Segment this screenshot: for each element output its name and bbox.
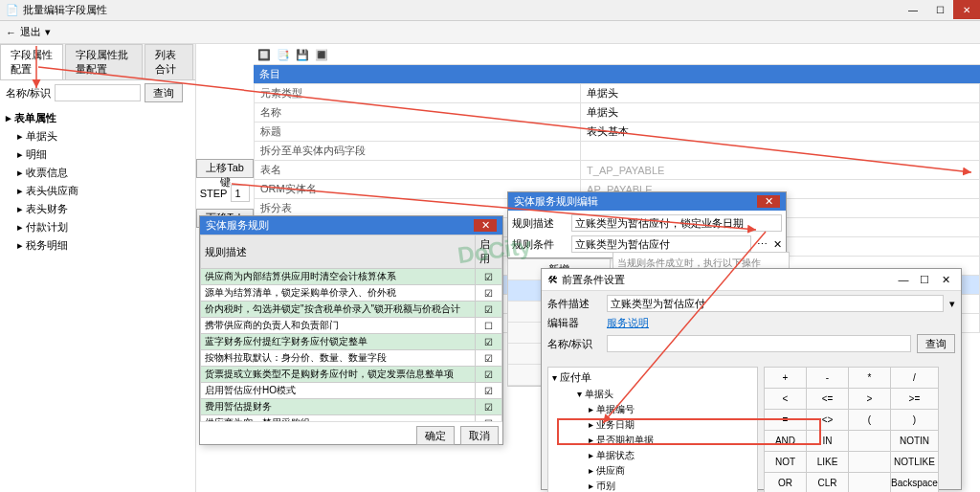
tab-batch-config[interactable]: 字段属性批量配置 (65, 44, 143, 79)
rule-edit-window: 实体服务规则编辑✕ 规则描述 规则条件⋯✕ (507, 191, 787, 258)
op-button[interactable]: * (849, 368, 891, 389)
prop-key: 标题 (255, 123, 581, 142)
preset-tree-item[interactable]: ▾ 单据头 (564, 387, 753, 402)
op-button[interactable]: >= (891, 389, 939, 410)
op-button[interactable]: LIKE (807, 452, 849, 473)
tree-item[interactable]: ▸ 付款计划 (2, 218, 193, 236)
prop-val[interactable]: 表头基本 (581, 123, 980, 142)
op-button[interactable]: CLR (807, 473, 849, 493)
rule-desc[interactable]: 价内税时，勾选并锁定"按含税单价录入"锁开税额与价税合计 (201, 302, 476, 318)
rule-desc[interactable]: 货票提或立账类型不是购财务应付时，锁定发票信息整单项 (201, 367, 476, 383)
preset-cond-dd-icon[interactable]: ▾ (949, 298, 955, 310)
tree-item[interactable]: ▸ 明细 (2, 145, 193, 164)
op-button[interactable]: = (765, 410, 807, 431)
close-button[interactable]: ✕ (953, 0, 980, 19)
rule-check[interactable]: ☑ (476, 350, 502, 367)
op-button[interactable]: ) (891, 410, 939, 431)
rule-desc[interactable]: 启用暂估应付HO模式 (201, 383, 476, 399)
cond-lookup-icon[interactable]: ⋯ (757, 238, 768, 251)
preset-tree-item[interactable]: ▸ 单据状态 (564, 448, 753, 463)
rule-desc[interactable]: 供应商为内部结算供应用时清空会计核算体系 (201, 269, 476, 285)
rule-check[interactable]: ☑ (476, 334, 502, 350)
rules-table: 规则描述启用 供应商为内部结算供应用时清空会计核算体系☑源单为结算清单，锁定采购… (200, 235, 502, 421)
preset-min-button[interactable]: — (894, 272, 913, 287)
tree-item[interactable]: ▸ 表头财务 (2, 200, 193, 218)
tree-root[interactable]: ▸ 表单属性 (2, 109, 193, 127)
tab-field-config[interactable]: 字段属性配置 (0, 44, 63, 79)
op-button[interactable]: Backspace (891, 473, 939, 493)
op-button[interactable]: <= (807, 389, 849, 410)
preset-close-button[interactable]: ✕ (936, 272, 955, 287)
prop-val[interactable]: 单据头 (581, 103, 980, 123)
op-button[interactable] (849, 473, 891, 493)
step-label: STEP (200, 188, 228, 199)
tree-item[interactable]: ▸ 表头供应商 (2, 182, 193, 200)
rule-desc-input[interactable] (571, 214, 782, 232)
maximize-button[interactable]: ☐ (926, 0, 953, 19)
preset-cond-input[interactable] (607, 295, 944, 312)
preset-tree-item[interactable]: ▸ 单据编号 (564, 402, 753, 417)
preset-tree-item[interactable]: ▸ 供应商 (564, 463, 753, 479)
op-button[interactable]: / (891, 368, 939, 389)
rule-cond-input[interactable] (571, 235, 751, 253)
op-button[interactable]: - (807, 368, 849, 389)
op-button[interactable] (849, 452, 891, 473)
rule-check[interactable]: ☑ (476, 285, 502, 302)
op-button[interactable]: NOTLIKE (891, 452, 939, 473)
tree-item[interactable]: ▸ 税务明细 (2, 236, 193, 255)
back-icon[interactable]: ← (6, 27, 16, 38)
rule-check[interactable]: ☑ (476, 367, 502, 383)
prop-val[interactable] (581, 142, 980, 161)
rule-check[interactable]: ☑ (476, 269, 502, 285)
op-button[interactable]: ( (849, 410, 891, 431)
rule-desc[interactable]: 携带供应商的负责人和负责部门 (201, 318, 476, 334)
op-button[interactable]: AND (765, 431, 807, 452)
search-button[interactable]: 查询 (145, 83, 183, 102)
op-button[interactable]: OR (765, 473, 807, 493)
rule-desc[interactable]: 按物料拉取默认：身分价、数量、数量字段 (201, 350, 476, 367)
rule-desc[interactable]: 源单为结算清单，锁定采购单价录入、价外税 (201, 285, 476, 302)
preset-tree-item[interactable]: ▸ 业务日期 (564, 417, 753, 433)
op-button[interactable]: NOTIN (891, 431, 939, 452)
dropdown-icon[interactable]: ▾ (45, 26, 51, 38)
tree-item[interactable]: ▸ 收票信息 (2, 164, 193, 182)
search-input[interactable] (55, 84, 141, 101)
exit-button[interactable]: 退出 (20, 25, 41, 39)
op-button[interactable]: IN (807, 431, 849, 452)
op-button[interactable]: > (849, 389, 891, 410)
preset-tree-item[interactable]: ▸ 币别 (564, 479, 753, 492)
op-button[interactable]: + (765, 368, 807, 389)
preset-find-button[interactable]: 查询 (917, 334, 955, 353)
op-button[interactable]: < (765, 389, 807, 410)
edit-close-icon[interactable]: ✕ (757, 195, 780, 208)
tree-item[interactable]: ▸ 单据头 (2, 127, 193, 145)
icon-2[interactable]: 📑 (275, 46, 292, 63)
op-button[interactable]: NOT (765, 452, 807, 473)
minimize-button[interactable]: — (900, 0, 926, 19)
tab-list-total[interactable]: 列表合计 (145, 44, 193, 79)
rules-close-icon[interactable]: ✕ (474, 219, 497, 232)
preset-type-link[interactable]: 服务说明 (607, 316, 649, 330)
rules-cancel-button[interactable]: 取消 (460, 426, 499, 445)
rule-check[interactable]: ☐ (476, 318, 502, 334)
rule-check[interactable]: ☑ (476, 383, 502, 399)
rule-desc[interactable]: 费用暂估提财务 (201, 399, 476, 415)
icon-4[interactable]: 🔳 (313, 46, 330, 63)
step-input[interactable] (231, 185, 250, 202)
preset-name-input[interactable] (607, 335, 911, 352)
preset-max-button[interactable]: ☐ (915, 272, 934, 287)
preset-field-tree[interactable]: ▾ 应付单 ▾ 单据头▸ 单据编号▸ 业务日期▸ 是否期初单据▸ 单据状态▸ 供… (547, 367, 758, 492)
rule-check[interactable]: ☑ (476, 399, 502, 415)
icon-1[interactable]: 🔲 (256, 46, 273, 63)
rule-check[interactable]: ☑ (476, 302, 502, 318)
prop-val[interactable]: 单据头 (581, 84, 980, 103)
rule-desc[interactable]: 蓝字财务应付提红字财务应付锁定整单 (201, 334, 476, 350)
op-button[interactable] (849, 431, 891, 452)
tab-up-button[interactable]: 上移Tab键 (196, 159, 254, 178)
save-icon[interactable]: 💾 (294, 46, 311, 63)
op-button[interactable]: <> (807, 410, 849, 431)
preset-tree-item[interactable]: ▸ 是否期初单据 (564, 433, 753, 448)
cond-clear-icon[interactable]: ✕ (773, 238, 782, 251)
rules-ok-button[interactable]: 确定 (416, 426, 455, 445)
prop-val[interactable]: T_AP_PAYABLE (581, 161, 980, 180)
